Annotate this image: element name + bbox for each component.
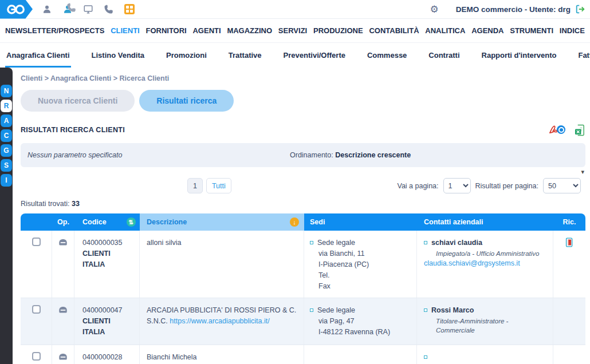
letter-nav-n[interactable]: N — [1, 85, 12, 97]
results-count-value: 33 — [72, 200, 80, 208]
subnav-promozioni[interactable]: Promozioni — [165, 43, 208, 68]
header-codice[interactable]: Codice ⇅ — [74, 213, 140, 231]
tipo-clienti: CLIENTI — [82, 316, 133, 327]
nav-newsletter-prospects[interactable]: NEWSLETTER/PROSPECTS — [5, 26, 104, 35]
contact-email-link[interactable]: claudia.schiavi@drgsystems.it — [424, 258, 520, 269]
letter-nav-g[interactable]: G — [1, 144, 12, 157]
results-count: Risultati trovati: 33 — [21, 200, 585, 208]
subnav-fatture-nc[interactable]: Fatture / N.C. — [577, 43, 590, 68]
ordering-value: Descrizione crescente — [335, 151, 411, 159]
sort-codice-icon[interactable]: ⇅ — [127, 217, 136, 227]
codice-cell: 0400000047 CLIENTI ITALIA — [74, 298, 140, 345]
go-logo[interactable] — [0, 0, 33, 19]
pagination-bar: 1 Tutti Vai a pagina: 1 Risultati per pa… — [21, 178, 585, 195]
nav-contabilita[interactable]: CONTABILITÀ — [369, 26, 419, 35]
operations-inbox-icon[interactable] — [58, 352, 68, 364]
pdf-export-icon[interactable] — [548, 124, 565, 136]
user-session-label: DEMO commercio - Utente: drg — [456, 5, 571, 14]
subnav-preventivi-offerte[interactable]: Preventivi/Offerte — [282, 43, 347, 68]
letter-nav-c[interactable]: C — [1, 129, 12, 142]
tipo-clienti: CLIENTI — [82, 248, 133, 259]
subnav-trattative[interactable]: Trattative — [227, 43, 263, 68]
nav-magazzino[interactable]: MAGAZZINO — [227, 26, 272, 35]
row-checkbox[interactable] — [32, 352, 41, 361]
sort-descrizione-icon[interactable]: ↓ — [290, 217, 299, 227]
content-area: N R A C G S I Clienti > Anagrafica Clien… — [0, 68, 590, 364]
header-descrizione[interactable]: Descrizione ↓ — [140, 213, 304, 231]
sede-tel: Tel. — [310, 270, 411, 281]
table-row: 0400000035 CLIENTI ITALIA alloni silvia … — [21, 231, 585, 298]
tipo-italia: ITALIA — [82, 259, 133, 270]
monitor-icon[interactable] — [82, 4, 93, 15]
logout-icon[interactable] — [575, 4, 585, 14]
letter-nav-s[interactable]: S — [1, 159, 12, 172]
operations-inbox-icon[interactable] — [58, 238, 68, 251]
subnav-commesse[interactable]: Commesse — [366, 43, 408, 68]
header-sedi: Sedi — [304, 213, 417, 231]
subnav-contratti[interactable]: Contratti — [427, 43, 461, 68]
table-header-row: Op. Codice ⇅ Descrizione ↓ Sedi Contatti… — [21, 213, 585, 231]
letter-nav-r[interactable]: R — [1, 100, 12, 112]
codice-value: 0400000035 — [82, 238, 133, 248]
nav-produzione[interactable]: PRODUZIONE — [313, 26, 363, 35]
goto-page-select[interactable]: 1 — [443, 178, 471, 193]
contatti-cell: schiavi claudia Impiegato/a - Ufficio Am… — [417, 231, 553, 298]
nav-agenti[interactable]: AGENTI — [192, 26, 221, 35]
breadcrumb[interactable]: Clienti > Anagrafica Clienti > Ricerca C… — [21, 74, 585, 82]
ordering-label: Ordinamento: — [290, 151, 333, 159]
nav-servizi[interactable]: SERVIZI — [278, 26, 307, 35]
settings-gear-icon[interactable]: ⚙ — [430, 5, 438, 14]
search-tabs: Nuova ricerca Clienti Risultati ricerca — [21, 90, 585, 112]
contact-role: Titolare-Amministratore - Commerciale — [424, 316, 547, 335]
tab-risultati-ricerca[interactable]: Risultati ricerca — [139, 90, 234, 112]
contact-name: schiavi claudia — [431, 239, 482, 247]
cliente-descrizione: alloni silvia — [147, 239, 181, 247]
descrizione-cell: ARCADIA PUBBLICITA' DI ROSSI PIERO & C. … — [140, 298, 304, 345]
table-row: 0400000028 Bianchi Michela — [21, 345, 585, 364]
row-checkbox[interactable] — [32, 305, 41, 314]
nav-clienti[interactable]: CLIENTI — [111, 26, 140, 35]
row-checkbox[interactable] — [32, 238, 41, 246]
square-bullet-icon — [424, 355, 427, 359]
ric-card-icon[interactable] — [565, 238, 573, 251]
subnav-rapporti-intervento[interactable]: Rapporti d'intervento — [481, 43, 558, 68]
results-title: RISULTATI RICERCA CLIENTI — [21, 126, 125, 134]
dropdown-caret-icon[interactable]: ▾ — [581, 168, 584, 175]
page-1-button[interactable]: 1 — [187, 178, 203, 193]
excel-export-icon[interactable] — [575, 124, 585, 136]
subnav-listino-vendita[interactable]: Listino Vendita — [91, 43, 145, 68]
nav-analitica[interactable]: ANALITICA — [425, 26, 465, 35]
codice-cell: 0400000035 CLIENTI ITALIA — [74, 231, 140, 298]
collapse-caret-row: ▾ — [21, 167, 585, 176]
nav-indice[interactable]: INDICE — [560, 26, 585, 35]
header-op: Op. — [52, 213, 74, 231]
sede-address: via Bianchi, 11 — [310, 248, 411, 259]
codice-value: 0400000028 — [82, 352, 133, 363]
topbar-quick-icons — [41, 4, 135, 15]
sedi-cell: Sede legale via Pag, 47 I-48122 Ravenna … — [304, 298, 417, 345]
per-page-select[interactable]: 50 — [543, 178, 581, 193]
tab-nuova-ricerca[interactable]: Nuova ricerca Clienti — [21, 90, 135, 112]
subnav-anagrafica-clienti[interactable]: Anagrafica Clienti — [5, 43, 71, 68]
contact-person-icon[interactable] — [41, 4, 52, 15]
phone-icon[interactable] — [103, 4, 114, 15]
contact-name: Rossi Marco — [431, 306, 474, 314]
square-bullet-icon — [310, 308, 313, 312]
main-navigation: NEWSLETTER/PROSPECTS CLIENTI FORNITORI A… — [0, 19, 590, 43]
letter-nav-a[interactable]: A — [1, 114, 12, 127]
person-phone-icon[interactable] — [62, 4, 73, 15]
nav-agenda[interactable]: AGENDA — [471, 26, 504, 35]
operations-inbox-icon[interactable] — [58, 305, 68, 319]
apps-grid-icon[interactable] — [124, 4, 135, 15]
contatti-cell — [417, 345, 553, 364]
ordering-text: Ordinamento: Descrizione crescente — [290, 151, 411, 159]
contact-role: Impiegato/a - Ufficio Amministrativo — [424, 249, 547, 258]
pdf-settings-icon[interactable] — [557, 125, 565, 134]
go-logo-icon — [5, 4, 27, 15]
nav-strumenti[interactable]: STRUMENTI — [510, 26, 553, 35]
cliente-website-link[interactable]: https://www.arcadiapubblicita.it/ — [170, 316, 269, 327]
nav-fornitori[interactable]: FORNITORI — [145, 26, 186, 35]
letter-nav-i[interactable]: I — [1, 174, 12, 187]
all-pages-button[interactable]: Tutti — [206, 178, 231, 193]
results-table: Op. Codice ⇅ Descrizione ↓ Sedi Contatti… — [21, 213, 585, 364]
